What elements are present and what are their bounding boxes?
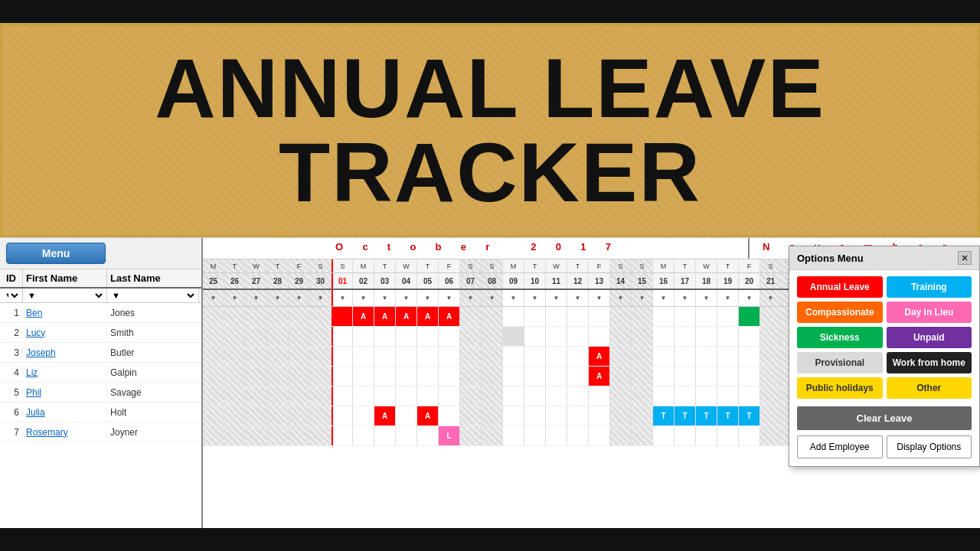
date-oct11: 11 — [546, 273, 567, 289]
day-W27: W — [246, 259, 267, 272]
day-oct06: F — [439, 259, 460, 272]
date-oct07: 07 — [460, 273, 482, 289]
date-oct10: 10 — [524, 273, 546, 289]
bottom-bar — [0, 528, 980, 551]
main-container: ANNUAL LEAVE TRACKER Menu ID First Name … — [0, 23, 980, 528]
col-last-header: Last Name — [107, 269, 199, 287]
day-in-lieu-button[interactable]: Day in Lieu — [887, 302, 972, 323]
date-oct08: 08 — [482, 273, 503, 289]
date-oct17: 17 — [675, 273, 696, 289]
filter-arrow: ▼ — [296, 295, 302, 302]
filter-first[interactable]: ▼ — [23, 289, 107, 302]
day-oct21: S — [760, 259, 782, 272]
unpaid-button[interactable]: Unpaid — [887, 327, 972, 348]
date-oct03: 03 — [374, 273, 396, 289]
day-oct11: W — [546, 259, 567, 272]
emp-first-5[interactable]: Phil — [23, 387, 107, 398]
date-27: 27 — [246, 273, 267, 289]
day-oct20: F — [739, 259, 760, 272]
date-oct19: 19 — [717, 273, 739, 289]
work-from-home-button[interactable]: Work from home — [887, 352, 972, 373]
emp-first-6[interactable]: Julia — [23, 407, 107, 418]
title-line2: TRACKER — [279, 125, 701, 219]
employee-row-2: 2 Lucy Smith — [0, 323, 201, 343]
emp-id-4: 4 — [0, 367, 23, 378]
emp-last-7: Joyner — [107, 427, 199, 438]
emp-id-7: 7 — [0, 427, 23, 438]
first-filter-select[interactable]: ▼ — [24, 290, 105, 301]
emp-first-1[interactable]: Ben — [23, 308, 107, 318]
date-oct09: 09 — [503, 273, 524, 289]
employee-row-7: 7 Rosemary Joyner — [0, 422, 201, 442]
col-first-header: First Name — [23, 269, 107, 287]
date-oct02: 02 — [353, 273, 374, 289]
emp-last-3: Butler — [107, 347, 199, 358]
employee-row-1: 1 Ben Jones — [0, 303, 201, 323]
date-oct21: 21 — [760, 273, 782, 289]
date-oct04: 04 — [396, 273, 417, 289]
day-M25: M — [203, 259, 224, 272]
date-oct01: 01 — [332, 273, 353, 289]
add-employee-button[interactable]: Add Employee — [797, 435, 883, 458]
date-26: 26 — [224, 273, 246, 289]
day-oct17: T — [675, 259, 696, 272]
day-oct01: S — [332, 259, 353, 272]
date-oct05: 05 — [417, 273, 439, 289]
day-oct03: T — [374, 259, 396, 272]
date-29: 29 — [289, 273, 310, 289]
october-label: O c t o b e r 2 0 1 7 — [203, 238, 750, 259]
col-id-header: ID — [0, 269, 23, 287]
options-title: Options Menu — [797, 253, 864, 264]
title-line1: ANNUAL LEAVE — [155, 41, 825, 135]
filter-id[interactable]: ▼ — [0, 289, 23, 302]
options-grid: Annual Leave Training Compassionate Day … — [789, 270, 979, 405]
date-oct13: 13 — [589, 273, 610, 289]
emp-first-3[interactable]: Joseph — [23, 347, 107, 358]
day-oct16: M — [653, 259, 675, 272]
date-oct06: 06 — [439, 273, 460, 289]
provisional-button[interactable]: Provisional — [797, 352, 883, 373]
employee-row-5: 5 Phil Savage — [0, 383, 201, 403]
date-oct12: 12 — [567, 273, 589, 289]
calendar-area: O c t o b e r 2 0 1 7 N o v e m b e r 2 … — [203, 238, 980, 528]
compassionate-button[interactable]: Compassionate — [797, 302, 883, 323]
day-oct14: S — [610, 259, 632, 272]
display-options-button[interactable]: Display Options — [887, 435, 972, 458]
employee-row-3: 3 Joseph Butler — [0, 343, 201, 363]
day-oct18: W — [696, 259, 717, 272]
menu-button[interactable]: Menu — [6, 243, 106, 264]
tracker-area: Menu ID First Name Last Name ▼ ▼ ▼ — [0, 237, 980, 528]
filter-last[interactable]: ▼ — [107, 289, 199, 302]
clear-leave-button[interactable]: Clear Leave — [797, 406, 972, 430]
emp-last-2: Smith — [107, 328, 199, 338]
last-filter-select[interactable]: ▼ — [109, 290, 197, 301]
id-filter-select[interactable]: ▼ — [2, 290, 21, 301]
day-oct08: S — [482, 259, 503, 272]
day-T28: T — [267, 259, 289, 272]
day-T26: T — [224, 259, 246, 272]
emp-last-4: Galpin — [107, 367, 199, 378]
emp-first-4[interactable]: Liz — [23, 367, 107, 378]
annual-leave-button[interactable]: Annual Leave — [797, 276, 883, 298]
public-holidays-button[interactable]: Public holidays — [797, 377, 883, 399]
employee-row-6: 6 Julia Holt — [0, 403, 201, 422]
sickness-button[interactable]: Sickness — [797, 327, 883, 348]
filter-arrow: ▼ — [275, 295, 281, 302]
employee-row-4: 4 Liz Galpin — [0, 363, 201, 383]
date-oct18: 18 — [696, 273, 717, 289]
date-oct20: 20 — [739, 273, 760, 289]
other-button[interactable]: Other — [887, 377, 972, 399]
column-headers: ID First Name Last Name — [0, 269, 201, 289]
emp-last-5: Savage — [107, 387, 199, 398]
bottom-buttons: Add Employee Display Options — [789, 432, 979, 458]
date-oct14: 14 — [610, 273, 632, 289]
filter-arrow: ▼ — [211, 295, 217, 302]
close-button[interactable]: × — [958, 251, 972, 265]
emp-first-2[interactable]: Lucy — [23, 328, 107, 338]
app-title: ANNUAL LEAVE TRACKER — [155, 46, 825, 214]
day-oct05: T — [417, 259, 439, 272]
training-button[interactable]: Training — [887, 276, 972, 298]
emp-first-7[interactable]: Rosemary — [23, 427, 107, 438]
date-30: 30 — [310, 273, 332, 289]
date-oct16: 16 — [653, 273, 675, 289]
